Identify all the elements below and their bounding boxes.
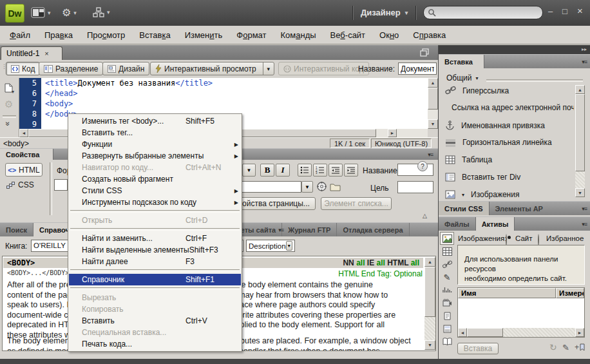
- scroll-down-button[interactable]: ▼: [424, 340, 435, 350]
- site-menu-button[interactable]: ▾: [93, 7, 110, 17]
- collapse-to-icons-icon[interactable]: ▸▸: [582, 46, 587, 52]
- link-select-arrow[interactable]: ▼: [301, 181, 313, 193]
- assets-library-icon[interactable]: [440, 335, 454, 348]
- menu-insert[interactable]: Вставка: [132, 30, 177, 40]
- split-view-button[interactable]: Разделение: [39, 62, 103, 75]
- extend-menu-button[interactable]: ⚙ ▾: [62, 6, 77, 19]
- scroll-thumb[interactable]: [467, 328, 503, 337]
- menu-edit[interactable]: Правка: [37, 30, 80, 40]
- code-view-button[interactable]: Код: [6, 62, 40, 75]
- context-menu-item-paste-special[interactable]: Специальная вставка...: [69, 327, 241, 338]
- context-menu-item-edit-tag[interactable]: Изменить тег <body>...Shift+F5: [69, 115, 241, 127]
- context-menu-item-new-snippet[interactable]: Создать новый фрагмент: [69, 173, 241, 185]
- collapse-panel-icon[interactable]: △: [423, 213, 427, 219]
- document-tab[interactable]: Untitled-1 ×: [1, 46, 62, 60]
- menu-format[interactable]: Формат: [229, 30, 273, 40]
- column-header-name[interactable]: Имя: [458, 288, 556, 298]
- scroll-left-button[interactable]: ◄: [19, 129, 28, 137]
- tab-ftp-log[interactable]: Журнал FTP: [282, 223, 337, 236]
- insert-item-named-anchor[interactable]: Именованная привязка: [445, 120, 574, 130]
- assets-templates-icon[interactable]: [440, 322, 454, 335]
- design-view-button[interactable]: Дизайн: [102, 62, 149, 75]
- insert-item-table[interactable]: Таблица: [445, 155, 574, 164]
- collapse-chevrons-icon[interactable]: »: [3, 122, 12, 126]
- name-input[interactable]: [397, 164, 433, 176]
- context-menu-item-open[interactable]: ОткрытьCtrl+D: [69, 215, 241, 226]
- html-mode-button[interactable]: <> HTML: [5, 163, 43, 177]
- scroll-right-button[interactable]: ►: [575, 328, 584, 337]
- context-menu-item-reference[interactable]: СправочникShift+F1: [69, 274, 241, 285]
- layout-switcher-button[interactable]: ▾: [31, 7, 51, 18]
- add-to-favorites-icon[interactable]: +: [575, 343, 579, 352]
- tab-close-icon[interactable]: ×: [44, 50, 48, 57]
- tab-properties[interactable]: Свойства: [0, 149, 53, 160]
- panel-menu-icon[interactable]: ▾≡: [582, 59, 587, 65]
- maximize-button[interactable]: □: [562, 7, 567, 15]
- scroll-up-button[interactable]: ▲: [428, 78, 438, 88]
- insert-item-images[interactable]: ▾ Изображения: [445, 190, 574, 199]
- menu-help[interactable]: Справка: [406, 30, 453, 40]
- scroll-down-button[interactable]: ▼: [428, 119, 438, 129]
- tab-server-debug[interactable]: Отладка сервера: [337, 223, 409, 236]
- menu-window[interactable]: Окно: [372, 30, 406, 40]
- menu-modify[interactable]: Изменить: [178, 30, 230, 40]
- context-menu-item-cut[interactable]: Вырезать: [69, 292, 241, 303]
- assets-hscrollbar[interactable]: ◄ ►: [458, 328, 584, 337]
- menu-commands[interactable]: Команды: [273, 30, 323, 40]
- insert-item-horizontal-rule[interactable]: Горизонтальная линейка: [445, 138, 574, 147]
- ordered-list-button[interactable]: 123: [313, 164, 327, 177]
- insert-item-div-tag[interactable]: Вставить тег Div: [445, 173, 574, 182]
- assets-movies-icon[interactable]: [440, 296, 454, 309]
- scroll-up-button[interactable]: ▲: [424, 257, 435, 267]
- document-title-input[interactable]: [398, 62, 437, 75]
- search-input[interactable]: [423, 6, 543, 19]
- edit-icon[interactable]: ✎: [562, 343, 569, 352]
- insert-item-hyperlink[interactable]: Гиперссылка: [445, 86, 574, 95]
- css-mode-button[interactable]: CSS: [6, 180, 34, 189]
- insert-item-email-link[interactable]: Ссылка на адрес электронной почты: [445, 103, 574, 112]
- scroll-thumb[interactable]: [428, 88, 438, 110]
- insert-category-select[interactable]: Общий ▾: [446, 73, 479, 82]
- column-header-dimensions[interactable]: Измерения: [556, 288, 584, 298]
- bold-button[interactable]: B: [260, 164, 274, 177]
- point-to-file-icon[interactable]: [316, 181, 327, 192]
- restore-window-icon[interactable]: [420, 48, 429, 57]
- tab-files[interactable]: Файлы: [439, 217, 475, 231]
- assets-scripts-icon[interactable]: [440, 309, 454, 322]
- assets-list[interactable]: Имя Измерения ◄ ►: [457, 287, 585, 338]
- context-menu-item-code-hint-tools[interactable]: Инструменты подсказок по коду▶: [69, 196, 241, 208]
- context-menu-item-find-selection[interactable]: Найти выделенные элементыShift+F3: [69, 244, 241, 256]
- context-menu-item-functions[interactable]: Функции▶: [69, 139, 241, 150]
- context-menu-item-expand-selection[interactable]: Развернуть выбранные элементы▶: [69, 150, 241, 162]
- assets-urls-icon[interactable]: [440, 258, 454, 271]
- workspace-switcher[interactable]: Дизайнер ▾: [361, 8, 408, 17]
- tab-search[interactable]: Поиск: [0, 223, 33, 236]
- scroll-up-button[interactable]: ▲: [575, 85, 585, 94]
- assets-insert-button[interactable]: Вставка: [457, 343, 499, 354]
- scroll-thumb[interactable]: [424, 267, 435, 317]
- context-menu-item-find-replace[interactable]: Найти и заменить...Ctrl+F: [69, 233, 241, 244]
- tab-insert[interactable]: Вставка: [439, 55, 484, 68]
- context-menu-item-code-navigator[interactable]: Навигатор по коду...Ctrl+Alt+N: [69, 162, 241, 173]
- italic-button[interactable]: I: [276, 164, 290, 177]
- coding-gear-icon[interactable]: ⚙: [5, 99, 13, 110]
- description-select[interactable]: Description ▼: [246, 240, 295, 252]
- scroll-thumb[interactable]: [575, 94, 585, 171]
- help-icon[interactable]: ?: [417, 161, 428, 171]
- indent-button[interactable]: [344, 164, 358, 177]
- minimize-button[interactable]: –: [548, 7, 553, 15]
- assets-images-icon[interactable]: [440, 232, 454, 245]
- list-item-button[interactable]: Элемент списка...: [321, 197, 392, 210]
- menu-file[interactable]: Файл: [3, 30, 37, 40]
- context-menu-item-paste[interactable]: ВставитьCtrl+V: [69, 315, 241, 327]
- context-menu-item-print-code[interactable]: Печать кода...: [69, 338, 241, 350]
- scroll-right-button[interactable]: ►: [388, 129, 397, 137]
- assets-colors-icon[interactable]: [440, 245, 454, 258]
- menu-site[interactable]: Веб-сайт: [323, 30, 373, 40]
- panel-menu-icon[interactable]: ▾≡: [278, 227, 283, 233]
- context-menu-item-copy[interactable]: Копировать: [69, 303, 241, 315]
- scroll-down-button[interactable]: ▼: [575, 188, 585, 197]
- scroll-left-button[interactable]: ◄: [458, 328, 467, 337]
- close-button[interactable]: ×: [577, 6, 583, 15]
- live-code-button[interactable]: Интерактивный код: [278, 62, 369, 75]
